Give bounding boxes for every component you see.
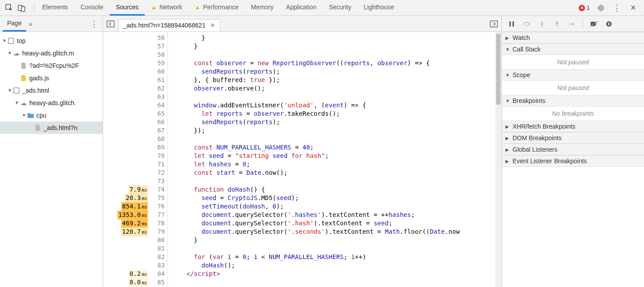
- file-icon: [20, 63, 28, 69]
- breakpoints-body: No breakpoints: [502, 106, 644, 121]
- chevron-right-icon: ▶: [505, 136, 510, 141]
- step-icon[interactable]: [568, 20, 576, 28]
- svg-line-8: [599, 5, 600, 6]
- device-icon[interactable]: [17, 3, 27, 13]
- svg-point-24: [569, 23, 570, 24]
- file-tree: ▼ top ▼ ☁ heavy-ads.glitch.m ?ad=%2Fcpu%…: [0, 32, 103, 137]
- folder-icon: [27, 113, 35, 118]
- section-global[interactable]: ▶ Global Listeners: [502, 144, 644, 155]
- tab-memory[interactable]: Memory: [245, 0, 280, 16]
- tree-label: top: [17, 35, 25, 47]
- tree-file[interactable]: ?ad=%2Fcpu%2F: [0, 59, 103, 72]
- tab-lighthouse[interactable]: Lighthouse: [358, 0, 401, 16]
- file-icon: [34, 125, 42, 131]
- pause-exceptions-icon[interactable]: [604, 20, 613, 28]
- section-watch[interactable]: ▶ Watch: [502, 32, 644, 43]
- tree-label: _ads.html?n: [44, 122, 77, 134]
- file-tab-label: _ads.html?n=1588944068621: [123, 22, 206, 29]
- tree-label: heavy-ads.glitch.m: [22, 47, 74, 59]
- page-tab[interactable]: Page: [3, 16, 26, 31]
- section-callstack[interactable]: ▼ Call Stack: [502, 43, 644, 55]
- chevron-down-icon: ▼: [21, 109, 27, 122]
- editor-header: _ads.html?n=1588944068621 ✕: [103, 16, 501, 32]
- code-editor[interactable]: 5657585960616263646566676869707172737.9m…: [103, 32, 501, 287]
- section-label: Global Listeners: [513, 146, 557, 153]
- tree-file[interactable]: gads.js: [0, 72, 103, 84]
- deactivate-breakpoints-icon[interactable]: [589, 20, 598, 28]
- svg-line-11: [603, 5, 604, 6]
- section-scope[interactable]: ▼ Scope: [502, 69, 644, 81]
- step-over-icon[interactable]: [522, 20, 531, 28]
- navigate-icon[interactable]: [106, 19, 115, 29]
- tree-label: gads.js: [29, 72, 49, 84]
- chevron-down-icon: ▼: [505, 73, 510, 78]
- inspect-icon[interactable]: [4, 3, 14, 13]
- scrollbar-thumb[interactable]: [496, 34, 501, 105]
- chevron-right-icon: ▶: [505, 147, 510, 152]
- svg-point-3: [600, 7, 602, 9]
- section-dom[interactable]: ▶ DOM Breakpoints: [502, 132, 644, 144]
- chevron-down-icon: ▼: [14, 97, 20, 109]
- tree-domain[interactable]: ▼ ☁ heavy-ads.glitch.m: [0, 47, 103, 59]
- step-out-icon[interactable]: [553, 20, 561, 28]
- editor-file-tab[interactable]: _ads.html?n=1588944068621 ✕: [118, 19, 220, 31]
- gear-icon[interactable]: [596, 3, 606, 13]
- section-label: Breakpoints: [513, 97, 545, 104]
- tree-file-selected[interactable]: _ads.html?n: [0, 122, 103, 134]
- tab-network-label: Network: [159, 4, 182, 11]
- more-tabs-icon[interactable]: »: [29, 20, 32, 28]
- navigator-header: Page » ⋮: [0, 16, 103, 32]
- step-into-icon[interactable]: [537, 20, 546, 28]
- scope-body: Not paused: [502, 81, 644, 95]
- chevron-down-icon: ▼: [7, 47, 12, 59]
- frame-icon: [12, 87, 20, 94]
- error-count: 1: [587, 4, 590, 11]
- debugger-panel: ▶ Watch ▼ Call Stack Not paused ▼ Scope …: [501, 16, 644, 287]
- tree-folder[interactable]: ▼ cpu: [0, 109, 103, 122]
- svg-point-22: [557, 21, 558, 22]
- svg-line-10: [599, 9, 600, 10]
- warning-icon: ▲: [151, 4, 157, 11]
- chevron-down-icon: ▼: [505, 98, 510, 103]
- section-breakpoints[interactable]: ▼ Breakpoints: [502, 95, 644, 106]
- svg-rect-13: [14, 88, 19, 93]
- navigator-menu-icon[interactable]: ⋮: [88, 19, 100, 29]
- svg-rect-15: [490, 21, 497, 27]
- pause-icon[interactable]: [507, 20, 516, 28]
- svg-rect-17: [513, 21, 514, 27]
- tab-performance[interactable]: ▲ Performance: [188, 0, 245, 16]
- tab-network[interactable]: ▲ Network: [145, 0, 188, 16]
- chevron-down-icon: ▼: [7, 84, 12, 97]
- section-xhr[interactable]: ▶ XHR/fetch Breakpoints: [502, 121, 644, 132]
- scrollbar[interactable]: [495, 32, 501, 287]
- chevron-down-icon: ▼: [505, 47, 510, 52]
- tab-console[interactable]: Console: [74, 0, 109, 16]
- section-label: Event Listener Breakpoints: [513, 157, 587, 165]
- tab-sources[interactable]: Sources: [110, 0, 145, 16]
- svg-rect-14: [107, 21, 114, 27]
- code-area[interactable]: } } const observer = new ReportingObserv…: [168, 32, 501, 287]
- tree-label: _ads.html: [22, 84, 49, 97]
- section-label: XHR/fetch Breakpoints: [513, 123, 576, 130]
- chevron-right-icon: ▶: [505, 35, 510, 40]
- svg-point-27: [606, 21, 612, 27]
- section-label: Watch: [513, 34, 530, 41]
- close-icon[interactable]: ✕: [628, 3, 638, 13]
- tree-top[interactable]: ▼ top: [0, 35, 103, 47]
- tree-domain[interactable]: ▼ ☁ heavy-ads.glitch.: [0, 97, 103, 109]
- section-label: Scope: [513, 71, 530, 79]
- tree-frame[interactable]: ▼ _ads.html: [0, 84, 103, 97]
- svg-rect-12: [8, 38, 14, 43]
- section-event[interactable]: ▶ Event Listener Breakpoints: [502, 155, 644, 167]
- svg-rect-29: [609, 23, 610, 25]
- tab-security[interactable]: Security: [322, 0, 358, 16]
- close-tab-icon[interactable]: ✕: [210, 22, 215, 29]
- tree-label: cpu: [36, 109, 47, 122]
- js-file-icon: [20, 75, 28, 81]
- kebab-icon[interactable]: ⋮: [612, 3, 622, 13]
- tab-application[interactable]: Application: [280, 0, 323, 16]
- run-snippet-icon[interactable]: [489, 19, 499, 29]
- navigator-panel: Page » ⋮ ▼ top ▼ ☁ heavy-ads.glitch.m ?a…: [0, 16, 103, 287]
- tab-elements[interactable]: Elements: [36, 0, 74, 16]
- error-indicator[interactable]: ✕ 1: [579, 4, 590, 11]
